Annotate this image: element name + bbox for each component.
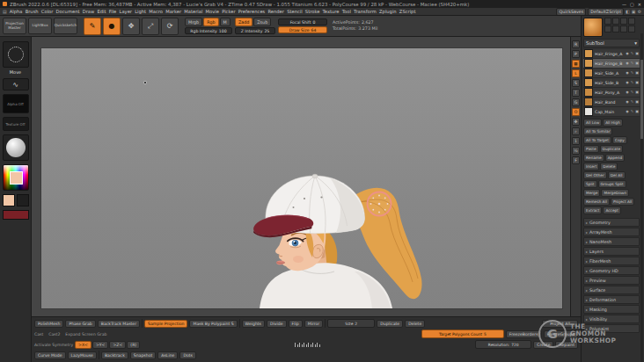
paint-mode-button[interactable]: Mrgb	[185, 18, 202, 26]
subtool-action-button[interactable]: Extract	[583, 206, 602, 214]
subtool-action-button[interactable]: Merge	[583, 189, 600, 197]
eye-icon[interactable]: ◉	[626, 71, 629, 75]
palette-section-header[interactable]: ▸Geometry	[583, 218, 640, 227]
palette-section-header[interactable]: ▸Visibility	[583, 315, 640, 323]
menu-item[interactable]: Marker	[165, 9, 181, 14]
tray-button[interactable]: Curve Mode	[34, 351, 66, 359]
menu-item[interactable]: Macro	[149, 9, 163, 14]
subtool-row[interactable]: Hair_Band ◉ ✎ ▣	[583, 98, 640, 107]
palette-section-header[interactable]: ▸Layers	[583, 247, 640, 256]
eye-icon[interactable]: ◉	[626, 90, 629, 94]
paint-mode-button[interactable]: Rgb	[203, 18, 218, 26]
paintbrush-icon[interactable]: ✎	[631, 110, 633, 113]
folder-icon[interactable]: ▣	[635, 71, 639, 75]
axis-button[interactable]: (R)	[127, 341, 140, 349]
brush-thumbnail[interactable]	[3, 41, 29, 68]
subtool-action-button[interactable]: Insert	[583, 163, 599, 170]
subtool-action-button[interactable]: All To Similar	[583, 127, 612, 135]
color-picker[interactable]	[3, 164, 29, 191]
menu-item[interactable]: Alpha	[10, 9, 23, 14]
recent-tool-thumb[interactable]	[612, 18, 619, 25]
viewport-toggle-icon[interactable]: G	[572, 98, 580, 106]
subtool-action-button[interactable]: Split	[583, 180, 597, 188]
shelf-button[interactable]: LightBox	[28, 18, 52, 34]
tray-button[interactable]: FreezeGroups	[544, 330, 578, 338]
subtool-action-button[interactable]: Rename	[583, 154, 604, 162]
canvas-area[interactable]	[32, 37, 570, 316]
menu-item[interactable]: Light	[135, 9, 146, 14]
quick-access-button[interactable]: DefaultZScript	[588, 8, 624, 16]
paint-mode-button[interactable]: M	[220, 18, 231, 26]
paintbrush-icon[interactable]: ✎	[631, 81, 633, 84]
tray-button[interactable]: LazyMouse	[68, 351, 97, 359]
project-all-button[interactable]: Project All	[542, 320, 578, 328]
draw-size-slider[interactable]: Draw Size 64	[278, 26, 327, 33]
viewport-toggle-icon[interactable]: 1	[572, 137, 580, 145]
menu-item[interactable]: Material	[184, 9, 202, 14]
menu-item[interactable]: Texture	[323, 9, 340, 14]
shelf-button[interactable]: Quicksketch	[54, 18, 77, 34]
viewport-toggle-icon[interactable]: ⌕	[572, 127, 580, 135]
scrollbar-thumb[interactable]	[640, 60, 643, 139]
subtool-row[interactable]: Cap_Main ◉ ✎ ▣	[583, 107, 640, 117]
sculpt-scene[interactable]	[41, 48, 562, 308]
size-slider[interactable]: Size 2	[327, 319, 375, 328]
recent-tool-thumb[interactable]	[628, 18, 635, 25]
window-control-button[interactable]: ✕	[638, 2, 641, 7]
sculpt-mode-button[interactable]: Zadd	[235, 18, 252, 26]
menu-item[interactable]: Stencil	[287, 9, 303, 14]
tray-button[interactable]: Flip	[289, 320, 303, 328]
eye-icon[interactable]: ◉	[626, 52, 629, 55]
menu-item[interactable]: Color	[41, 9, 54, 14]
grid-icon[interactable]: ▣	[632, 9, 636, 14]
window-control-button[interactable]: ▢	[630, 2, 634, 7]
menu-item[interactable]: Draw	[83, 9, 95, 14]
menu-item[interactable]: File	[109, 9, 117, 14]
recent-tool-thumb[interactable]	[604, 25, 611, 33]
tray-button[interactable]: PolishMesh	[34, 320, 63, 328]
current-tool-thumbnail[interactable]	[583, 18, 603, 37]
menu-item[interactable]: Movie	[206, 9, 219, 14]
subtool-row[interactable]: Hair_Fringe_A ◉ ✎ ▣	[583, 49, 640, 59]
folder-icon[interactable]: ▣	[635, 110, 639, 113]
subtool-action-button[interactable]: Delete	[600, 163, 618, 170]
palette-section-header[interactable]: ▸Polypaint	[583, 324, 640, 333]
palette-section-header[interactable]: ▸Geometry HD	[583, 266, 640, 275]
gear-icon[interactable]: ⚙	[638, 9, 641, 14]
axis-button[interactable]: >Y<	[92, 341, 109, 349]
recent-tool-thumb[interactable]	[628, 25, 635, 33]
palette-section-header[interactable]: ▸Surface	[583, 286, 640, 294]
menu-item[interactable]: Document	[56, 9, 80, 14]
secondary-color-swatch[interactable]	[17, 194, 29, 206]
subtool-action-button[interactable]: Del All	[608, 171, 626, 179]
viewport-toggle-icon[interactable]: O	[572, 108, 580, 116]
tray-button[interactable]: Divide	[267, 320, 287, 328]
focal-shift-slider[interactable]: Focal Shift 0	[278, 18, 327, 25]
folder-icon[interactable]: ▣	[635, 52, 639, 55]
subtool-action-button[interactable]: Remesh All	[583, 198, 610, 206]
panel-scrollbar[interactable]	[640, 33, 643, 362]
eye-icon[interactable]: ◉	[626, 62, 629, 65]
eye-icon[interactable]: ◉	[626, 110, 629, 113]
subtool-action-button[interactable]: Paste	[583, 145, 599, 153]
subtool-action-button[interactable]: MergeDown	[601, 189, 629, 197]
z-intensity-slider[interactable]: Z Intensity 25	[235, 27, 275, 34]
axis-button[interactable]: >Z<	[109, 341, 126, 349]
palette-section-header[interactable]: ▸Deformation	[583, 295, 640, 304]
subtool-row[interactable]: Hair_Side_A ◉ ✎ ▣	[583, 69, 640, 78]
tray-button[interactable]: Duplicate	[377, 320, 403, 328]
tray-button[interactable]: Create	[533, 341, 553, 349]
switch-color-swatch[interactable]	[3, 210, 29, 220]
axis-button[interactable]: >X<	[75, 341, 91, 349]
subtool-action-button[interactable]: All To Target	[583, 136, 611, 144]
transform-mode-button[interactable]: ⟳	[161, 18, 179, 35]
viewport-toggle-icon[interactable]: S	[572, 79, 580, 87]
subtool-action-button[interactable]: All Low	[583, 119, 602, 127]
viewport-toggle-icon[interactable]: P	[572, 50, 580, 58]
target-polygons-slider[interactable]: Target Polygons Count 5	[421, 329, 504, 338]
paintbrush-icon[interactable]: ✎	[631, 90, 633, 94]
subtool-action-button[interactable]: Append	[605, 154, 626, 162]
viewport-toggle-icon[interactable]: ✥	[572, 118, 580, 126]
folder-icon[interactable]: ▣	[635, 81, 639, 84]
viewport-toggle-icon[interactable]: ▦	[572, 60, 580, 68]
